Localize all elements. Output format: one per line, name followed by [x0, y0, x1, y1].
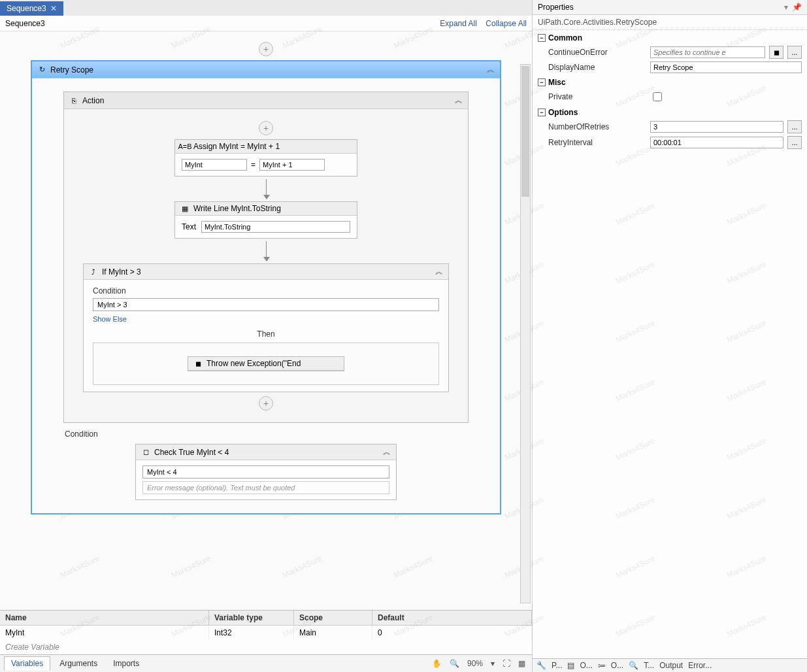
flow-arrow — [266, 179, 267, 199]
add-activity-button-top[interactable]: + — [259, 42, 273, 56]
panel-o-icon[interactable]: ▤ — [567, 661, 574, 670]
throw-header[interactable]: ◼ Throw new Exception("End — [188, 357, 344, 371]
panel-o2[interactable]: O... — [611, 661, 623, 670]
private-checkbox[interactable] — [653, 92, 662, 101]
assign-to-input[interactable] — [182, 159, 247, 171]
wrench-icon[interactable]: 🔧 — [536, 661, 546, 670]
var-scope-cell[interactable]: Main — [294, 626, 372, 640]
retry-scope-activity[interactable]: ↻ Retry Scope ︽ ⎘ Action ︽ + — [31, 60, 501, 514]
breadcrumb[interactable]: Sequence3 — [5, 19, 45, 28]
number-of-retries-label: NumberOfRetries — [548, 122, 646, 131]
continue-on-error-input[interactable] — [650, 46, 765, 58]
collapse-icon[interactable]: ︽ — [455, 95, 463, 106]
condition-label: Condition — [93, 286, 439, 295]
assign-header[interactable]: A=B Assign MyInt = MyInt + 1 — [175, 140, 357, 154]
checktrue-header[interactable]: ◻ Check True MyInt < 4 ︽ — [136, 445, 396, 460]
if-activity[interactable]: ⤴ If MyInt > 3 ︽ Condition Show Else The… — [83, 263, 449, 392]
dropdown-icon[interactable]: ▾ — [784, 3, 788, 12]
writeline-header[interactable]: ▦ Write Line MyInt.ToString — [175, 202, 357, 216]
continue-on-error-ellipsis[interactable]: ... — [787, 46, 802, 59]
checktrue-expression-input[interactable] — [142, 465, 389, 479]
variable-row[interactable]: MyInt Int32 Main 0 — [0, 626, 532, 640]
bottom-tabs: Variables Arguments Imports ✋ 🔍 90% ▾ ⛶ … — [0, 654, 532, 672]
tab-sequence3[interactable]: Sequence3 ✕ — [0, 1, 63, 16]
zoom-level[interactable]: 90% — [467, 659, 483, 668]
close-icon[interactable]: ✕ — [50, 4, 57, 13]
panel-outline-icon[interactable]: ≔ — [598, 661, 606, 670]
designer-tabbar: Sequence3 ✕ — [0, 0, 532, 16]
throw-icon: ◼ — [193, 359, 203, 368]
col-default-header[interactable]: Default — [372, 611, 532, 625]
number-of-retries-ellipsis[interactable]: ... — [787, 120, 802, 133]
action-icon: ⎘ — [69, 96, 78, 105]
checktrue-title: Check True MyInt < 4 — [154, 448, 229, 457]
collapse-icon[interactable]: ︽ — [383, 446, 391, 458]
add-activity-button[interactable]: + — [259, 121, 273, 135]
vertical-scrollbar[interactable] — [520, 64, 531, 603]
collapse-box-icon[interactable]: − — [538, 109, 546, 116]
group-misc-header[interactable]: − Misc — [535, 76, 804, 89]
variables-header-row: Name Variable type Scope Default — [0, 611, 532, 626]
checktrue-error-placeholder[interactable]: Error message (optional). Text must be q… — [142, 481, 389, 494]
continue-on-error-picker[interactable]: ◼ — [769, 46, 783, 59]
then-label: Then — [93, 329, 439, 339]
collapse-box-icon[interactable]: − — [538, 78, 546, 86]
panel-o1[interactable]: O... — [580, 661, 592, 670]
scrollbar-thumb[interactable] — [521, 66, 529, 197]
number-of-retries-input[interactable] — [650, 121, 783, 133]
pin-icon[interactable]: 📌 — [792, 3, 802, 12]
writeline-activity[interactable]: ▦ Write Line MyInt.ToString Text — [174, 201, 357, 239]
writeline-text-input[interactable] — [201, 221, 350, 233]
assign-icon: A=B — [180, 142, 189, 151]
variables-panel: Name Variable type Scope Default MyInt I… — [0, 610, 532, 654]
tab-arguments[interactable]: Arguments — [53, 657, 104, 670]
var-type-cell[interactable]: Int32 — [209, 626, 294, 640]
display-name-input[interactable] — [650, 61, 802, 73]
group-options-label: Options — [548, 108, 578, 117]
if-title: If MyInt > 3 — [102, 267, 141, 277]
assign-value-input[interactable] — [259, 159, 325, 171]
checktrue-activity[interactable]: ◻ Check True MyInt < 4 ︽ Error message (… — [135, 444, 397, 500]
pan-icon[interactable]: ✋ — [432, 659, 442, 668]
panel-t[interactable]: T... — [644, 661, 654, 670]
add-activity-button[interactable]: + — [259, 396, 273, 411]
assign-activity[interactable]: A=B Assign MyInt = MyInt + 1 = — [174, 139, 357, 176]
collapse-icon[interactable]: ︽ — [435, 266, 443, 277]
collapse-box-icon[interactable]: − — [538, 34, 546, 42]
properties-panel-header[interactable]: Properties ▾ 📌 — [533, 0, 807, 15]
then-container[interactable]: ◼ Throw new Exception("End — [93, 343, 439, 385]
collapse-all-link[interactable]: Collapse All — [486, 19, 527, 28]
prop-private: Private — [535, 89, 804, 105]
create-variable-link[interactable]: Create Variable — [0, 640, 532, 654]
if-condition-input[interactable] — [93, 298, 439, 311]
action-container[interactable]: ⎘ Action ︽ + A=B Assign MyInt = MyInt + … — [63, 92, 469, 423]
zoom-icon[interactable]: 🔍 — [450, 659, 459, 668]
fit-to-screen-icon[interactable]: ⛶ — [502, 659, 510, 668]
retry-interval-ellipsis[interactable]: ... — [787, 136, 802, 149]
show-else-link[interactable]: Show Else — [93, 315, 439, 323]
panel-t-icon[interactable]: 🔍 — [629, 661, 638, 670]
zoom-dropdown-icon[interactable]: ▾ — [491, 659, 495, 668]
throw-activity[interactable]: ◼ Throw new Exception("End — [188, 356, 344, 371]
overview-icon[interactable]: ▦ — [518, 659, 525, 668]
col-name-header[interactable]: Name — [0, 611, 209, 625]
retry-scope-header[interactable]: ↻ Retry Scope ︽ — [32, 61, 500, 78]
tab-imports[interactable]: Imports — [107, 657, 146, 670]
retry-interval-input[interactable] — [650, 137, 783, 148]
collapse-icon[interactable]: ︽ — [487, 64, 495, 75]
panel-p[interactable]: P... — [552, 661, 562, 670]
var-default-cell[interactable]: 0 — [372, 626, 532, 640]
panel-error[interactable]: Error... — [688, 661, 712, 670]
if-header[interactable]: ⤴ If MyInt > 3 ︽ — [84, 264, 448, 280]
var-name-cell[interactable]: MyInt — [0, 626, 209, 640]
workflow-designer[interactable]: + ↻ Retry Scope ︽ ⎘ Action ︽ — [0, 31, 532, 610]
col-scope-header[interactable]: Scope — [294, 611, 372, 625]
tab-variables[interactable]: Variables — [4, 656, 50, 671]
action-header[interactable]: ⎘ Action ︽ — [64, 92, 468, 109]
equals-label: = — [251, 160, 255, 169]
group-common-header[interactable]: − Common — [535, 31, 804, 44]
expand-all-link[interactable]: Expand All — [440, 19, 477, 28]
col-type-header[interactable]: Variable type — [209, 611, 294, 625]
group-options-header[interactable]: − Options — [535, 106, 804, 119]
panel-output[interactable]: Output — [659, 661, 683, 670]
